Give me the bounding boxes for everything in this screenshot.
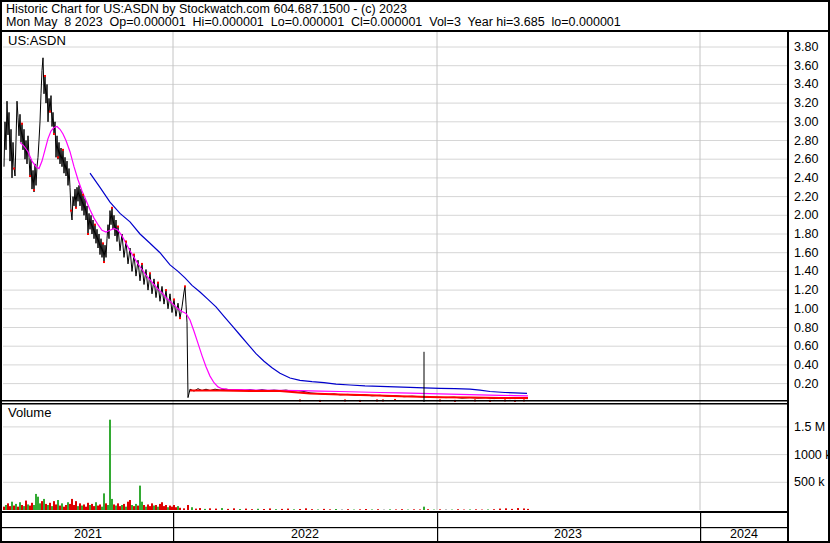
- volume-bar: [173, 505, 175, 510]
- price-tick-label: 2.20: [794, 190, 818, 204]
- year-cell-divider: [173, 513, 174, 541]
- volume-bar: [263, 509, 265, 510]
- volume-bar: [51, 506, 53, 510]
- price-series-path: [4, 58, 528, 399]
- volume-bar: [75, 501, 77, 510]
- volume-bar: [47, 505, 49, 510]
- volume-bar: [317, 509, 319, 510]
- volume-bar: [111, 499, 113, 510]
- close-dot: [21, 123, 23, 125]
- price-tick-label: 3.00: [794, 115, 818, 129]
- volume-bar: [55, 504, 57, 510]
- volume-bar: [91, 504, 93, 510]
- volume-bar: [41, 501, 43, 510]
- volume-bar: [3, 507, 5, 510]
- volume-bar: [139, 486, 141, 510]
- volume-bar: [29, 506, 31, 510]
- volume-bar: [257, 509, 259, 510]
- close-dot: [184, 285, 186, 287]
- volume-bar: [293, 509, 295, 510]
- volume-bar: [13, 506, 15, 510]
- volume-bar: [149, 506, 151, 510]
- volume-bar: [157, 507, 159, 510]
- volume-bar: [127, 502, 129, 510]
- volume-bar: [109, 420, 111, 510]
- volume-bar: [147, 504, 149, 510]
- volume-bar: [37, 497, 39, 510]
- volume-bar: [475, 509, 477, 510]
- volume-bar: [227, 509, 229, 510]
- volume-bar: [359, 509, 361, 510]
- volume-bar: [23, 506, 25, 510]
- volume-bar: [155, 505, 157, 510]
- volume-bar: [457, 509, 459, 510]
- volume-bar: [395, 509, 397, 510]
- volume-bar: [175, 507, 177, 510]
- price-tick-label: 3.20: [794, 96, 818, 110]
- volume-bar: [105, 503, 107, 510]
- volume-bar: [505, 508, 507, 510]
- volume-bar: [281, 509, 283, 510]
- volume-bar: [53, 501, 55, 510]
- volume-bar: [143, 505, 145, 510]
- close-dot: [62, 149, 64, 151]
- year-strip-divider: [2, 527, 788, 528]
- ma-short-path: [20, 127, 528, 396]
- volume-bar: [419, 509, 421, 510]
- volume-bar: [97, 506, 99, 510]
- volume-bar: [15, 504, 17, 510]
- close-dot: [157, 282, 159, 284]
- volume-bar: [204, 509, 206, 510]
- volume-bar: [131, 505, 133, 510]
- volume-bar: [133, 506, 135, 510]
- year-cell-divider: [437, 513, 438, 541]
- volume-bar: [163, 506, 165, 510]
- volume-bar: [81, 506, 83, 510]
- volume-bar: [427, 509, 429, 510]
- price-tick-label: 0.20: [794, 377, 818, 391]
- price-tick-label: 2.00: [794, 208, 818, 222]
- price-panel-bottom-border: [2, 400, 788, 402]
- volume-bar: [83, 504, 85, 510]
- price-tick-label: 2.60: [794, 152, 818, 166]
- volume-bar: [113, 504, 115, 510]
- volume-bar: [287, 509, 289, 510]
- volume-bar: [19, 502, 21, 510]
- price-tick-label: 2.80: [794, 134, 818, 148]
- volume-bar: [335, 509, 337, 510]
- close-dot: [49, 111, 51, 113]
- volume-bar: [167, 507, 169, 510]
- volume-bar: [31, 503, 33, 510]
- close-dot: [94, 224, 96, 226]
- close-dot: [149, 272, 151, 274]
- volume-bar: [347, 509, 349, 510]
- volume-bar: [145, 507, 147, 510]
- volume-bar: [117, 503, 119, 510]
- volume-bar: [89, 505, 91, 510]
- close-dot: [57, 156, 59, 158]
- price-tick-label: 3.40: [794, 77, 818, 91]
- year-label: 2022: [275, 527, 335, 541]
- volume-bar: [27, 504, 29, 510]
- close-dot: [173, 298, 175, 300]
- volume-bar: [107, 505, 109, 510]
- close-dot: [82, 194, 84, 196]
- axis-separator: [787, 31, 789, 541]
- close-dot: [29, 175, 31, 177]
- close-dot: [133, 254, 135, 256]
- volume-bar: [79, 503, 81, 510]
- volume-bar: [413, 509, 415, 510]
- volume-bar: [99, 504, 101, 510]
- close-dot: [117, 226, 119, 228]
- close-dot: [102, 242, 104, 244]
- close-dot: [179, 317, 181, 319]
- volume-bar: [17, 507, 19, 510]
- price-tick-label: 1.80: [794, 227, 818, 241]
- volume-bar: [153, 506, 155, 510]
- volume-bar: [239, 509, 241, 510]
- volume-bar: [71, 499, 73, 510]
- price-tick-label: 1.20: [794, 283, 818, 297]
- volume-bar: [389, 509, 391, 510]
- symbol-label: US:ASDN: [8, 33, 66, 48]
- volume-bar: [439, 509, 441, 510]
